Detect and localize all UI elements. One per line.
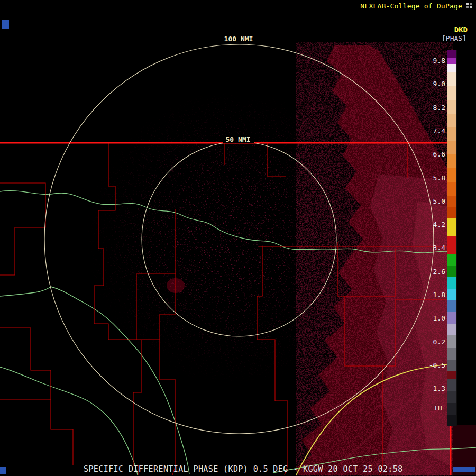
radar-map: 100 NMI 50 NMI [0, 0, 476, 476]
river-branch [0, 287, 51, 296]
status-bar: SPECIFIC DIFFERENTIAL PHASE (KDP) 0.5 DE… [84, 464, 403, 474]
radar-echo-region [85, 42, 476, 476]
colorbar-segment [447, 236, 456, 254]
colorbar-segment [447, 86, 456, 100]
colorbar-segment [447, 403, 456, 415]
units-label: [PHAS] [442, 34, 466, 42]
colorbar-segment [447, 277, 456, 289]
colorbar-segment [447, 207, 456, 218]
colorbar-segment [447, 289, 456, 300]
colorbar-segment [447, 415, 456, 426]
colorbar-segment [447, 254, 456, 266]
colorbar-segment [447, 141, 456, 154]
site-title: NEXLAB-College of DuPage [360, 2, 462, 10]
county-line [0, 183, 45, 275]
colorbar-segment [447, 379, 456, 391]
frame-marker-top-left [2, 20, 9, 29]
threshold-label: TH [434, 404, 442, 412]
colorbar-segment [447, 300, 456, 312]
ring-label-50nmi: 50 NMI [226, 135, 251, 143]
frame-marker-bottom-left [0, 467, 6, 474]
colorbar-segment [447, 335, 456, 348]
county-line [51, 399, 73, 465]
colorbar-segment [447, 312, 456, 324]
colorbar [447, 50, 456, 426]
colorbar-segment [447, 324, 456, 335]
colorbar-segment [447, 154, 456, 168]
colorbar-segment [447, 182, 456, 196]
colorbar-segment [447, 218, 456, 236]
colorbar-segment [447, 127, 456, 141]
colorbar-segment [447, 391, 456, 403]
colorbar-segment [447, 266, 456, 277]
colorbar-segment [447, 360, 456, 371]
colorbar-segment [447, 371, 456, 379]
county-line [0, 328, 51, 399]
colorbar-segment [447, 114, 456, 127]
frame-marker-bottom-right [453, 467, 475, 472]
colorbar-segment [447, 50, 456, 58]
cod-logo-icon [465, 3, 473, 10]
colorbar-segment [447, 64, 456, 72]
colorbar-segment [447, 196, 456, 207]
colorbar-segment [447, 168, 456, 182]
colorbar-segment [447, 58, 456, 64]
colorbar-segment [447, 348, 456, 360]
colorbar-segment [447, 100, 456, 114]
colorbar-segment [447, 72, 456, 86]
ring-label-100nmi: 100 NMI [224, 35, 253, 43]
radar-viewer: { "header": { "title": "NEXLAB-College o… [0, 0, 476, 476]
product-code-label: DKD [454, 25, 468, 34]
